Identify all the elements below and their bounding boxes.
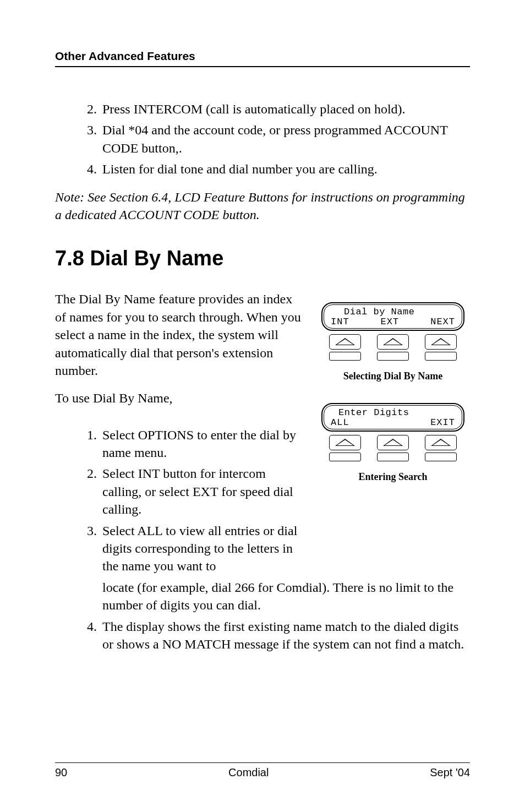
softkey-button-icon [425,334,457,350]
step-3: 3. Select ALL to view all entries or dia… [77,522,305,575]
footer-center: Comdial [228,766,269,779]
step-number: 2. [77,100,102,118]
lcd-softkey-exit: EXIT [430,418,455,428]
lcd-softkey-ext: EXT [381,317,400,327]
softkey-slot-icon [377,352,409,361]
footer-date: Sept '04 [430,766,470,779]
lcd-line1: Dial by Name [331,307,455,317]
step-text: Select OPTIONS to enter the dial by name… [102,426,305,462]
lcd-line1: Enter Digits [331,408,455,418]
step-number: 1. [77,426,102,462]
step-text: Select ALL to view all entries or dial d… [102,522,305,575]
top-step-3: 3. Dial *04 and the account code, or pre… [77,121,470,157]
section-title: 7.8 Dial By Name [55,247,470,270]
step-number: 2. [77,465,102,518]
softkey-button-icon [329,435,361,450]
step-number: 3. [77,522,102,575]
softkey-button-icon [377,334,409,350]
top-step-2: 2. Press INTERCOM (call is automatically… [77,100,470,118]
step-text: Select INT button for intercom calling, … [102,465,305,518]
note-text: Note: See Section 6.4, LCD Feature Butto… [55,188,470,224]
figure-entering-search: Enter Digits ALL EXIT [316,399,470,467]
lcd-softkey-int: INT [331,317,349,327]
softkey-slot-icon [329,352,361,361]
step-text: Listen for dial tone and dial number you… [102,160,470,178]
softkey-slot-icon [425,352,457,361]
step-number: 4. [77,618,102,653]
intro-paragraph: The Dial By Name feature provides an ind… [55,290,305,379]
intro-lead: To use Dial By Name, [55,389,305,407]
step-number: 4. [77,160,102,178]
step-4: 4. The display shows the first existing … [77,618,470,653]
lcd-display: Enter Digits ALL EXIT [321,403,464,432]
figure-caption-1: Selecting Dial By Name [316,370,470,382]
step-3-continuation: locate (for example, dial 266 for Comdia… [102,579,470,614]
page-header: Other Advanced Features [55,50,470,67]
figure-dial-by-name: Dial by Name INT EXT NEXT [316,298,470,366]
step-text: Press INTERCOM (call is automatically pl… [102,100,470,118]
lcd-softkey-next: NEXT [430,317,455,327]
step-text: Dial *04 and the account code, or press … [102,121,470,157]
step-number: 3. [77,121,102,157]
softkey-button-icon [329,334,361,350]
lcd-display: Dial by Name INT EXT NEXT [321,302,464,331]
figure-caption-2: Entering Search [316,471,470,483]
lcd-softkey-all: ALL [331,418,349,428]
softkey-button-icon [425,435,457,450]
top-step-4: 4. Listen for dial tone and dial number … [77,160,470,178]
softkey-slot-icon [329,453,361,461]
softkey-button-icon [377,435,409,450]
softkey-slot-icon [425,453,457,461]
step-2: 2. Select INT button for intercom callin… [77,465,305,518]
softkey-slot-icon [377,453,409,461]
step-1: 1. Select OPTIONS to enter the dial by n… [77,426,305,462]
step-text: The display shows the first existing nam… [102,618,470,653]
page-number: 90 [55,766,67,779]
page-footer: 90 Comdial Sept '04 [55,762,470,779]
